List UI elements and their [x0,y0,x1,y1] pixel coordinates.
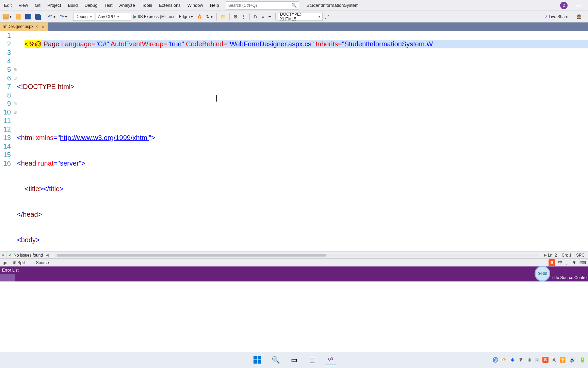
taskbar-search[interactable]: 🔍 [270,354,281,365]
editor-tab[interactable]: rmDesigner.aspx ⚲ ✕ [0,22,48,31]
line-indicator: Ln: 2 [548,253,557,258]
save-all-icon [35,14,40,19]
fold-gutter: ⊟⊟ ⊟⊟ [13,31,17,251]
tray-icon[interactable]: A [553,357,556,363]
pin-icon[interactable]: ⚲ [36,25,38,29]
battery-icon[interactable]: 🔋 [579,357,585,363]
mic-icon[interactable]: 🎙 [572,260,577,265]
user-avatar[interactable]: 2 [560,2,568,9]
view-switcher-bar: gn ▣Split ↔Source S 中 、 🎙 ⌨ [0,258,588,266]
menu-build[interactable]: Build [64,1,81,9]
text-cursor [216,95,217,102]
widgets[interactable]: ▥ [307,354,318,365]
config-select[interactable]: Debug▾ [73,13,95,21]
wifi-icon[interactable]: 🛜 [560,357,566,363]
menu-window[interactable]: Window [184,1,207,9]
menu-help[interactable]: Help [207,1,223,9]
status-bar: 04:09 d to Source Contro [0,274,588,281]
project-name: StudentInformationSystem [307,3,359,8]
live-share-button[interactable]: ↗Live Share [542,13,570,20]
horizontal-scrollbar[interactable] [52,253,541,258]
nav-dropdown[interactable]: ▾ [0,253,6,258]
scroll-right[interactable]: ▶ [543,253,548,257]
check-icon: ✔ [9,252,12,258]
issues-status[interactable]: ✔ No issues found [6,252,45,258]
tb-icon-5[interactable]: ≡ [260,13,266,20]
tray-icon[interactable]: ᛞ [536,357,538,363]
source-control-label[interactable]: d to Source Contro [552,275,588,280]
tray-icon[interactable]: 🌀 [492,357,498,363]
search-placeholder: Search (Ctrl+Q) [228,3,257,8]
undo-icon: ↶ [48,14,52,20]
search-input[interactable]: Search (Ctrl+Q) 🔍 [226,1,299,10]
tray-icon[interactable]: ⊕ [527,357,532,363]
char-indicator: Ch: 1 [562,253,572,258]
start-button[interactable] [252,354,263,365]
toolbar: ▾ ↶▾ ↷▾ Debug▾ Any CPU▾ ▶IIS Express (Mi… [0,11,588,22]
bluetooth-icon[interactable]: ✱ [510,357,514,363]
menu-extensions[interactable]: Extensions [156,1,184,9]
undo-button[interactable]: ↶▾ [46,13,57,21]
search-icon: 🔍 [291,3,297,8]
menu-edit[interactable]: Edit [1,1,15,9]
open-file-button[interactable] [14,13,23,20]
window-minimize[interactable]: — [574,3,583,8]
menu-git[interactable]: Git [31,1,44,9]
code-area[interactable]: <%@ Page Language="C#" AutoEventWireup="… [17,31,588,251]
keyboard-icon[interactable]: ⌨ [579,260,586,265]
volume-icon[interactable]: 🔊 [570,357,575,363]
menu-test[interactable]: Test [101,1,116,9]
redo-icon: ↷ [60,14,64,20]
status-indent [0,274,15,281]
save-all-button[interactable] [33,13,42,20]
feedback-button[interactable]: 🤵 [575,13,583,20]
tb-icon-6[interactable]: ≣ [266,13,273,20]
tb-icon-3[interactable]: ⋮ [240,13,247,20]
screen-time-widget[interactable]: 04:09 [535,266,550,281]
redo-button[interactable]: ↷▾ [58,13,69,21]
save-button[interactable] [23,13,32,20]
visual-studio-app[interactable]: ∞ [325,354,336,365]
tb-icon-4[interactable]: 🗋 [252,13,259,20]
open-icon [16,14,21,19]
play-icon: ▶ [133,14,137,19]
live-share-icon: ↗ [544,14,548,19]
editor-status-bar: ▾ ✔ No issues found ◀ ▶ Ln: 2 Ch: 1 SPC [0,251,588,258]
tab-strip: rmDesigner.aspx ⚲ ✕ [0,22,588,31]
doctype-select[interactable]: DOCTYPE: XHTML5▾ [278,13,323,21]
tab-close-button[interactable]: ✕ [41,24,45,29]
menu-analyze[interactable]: Analyze [116,1,138,9]
ime-indicator: S 中 、 🎙 ⌨ [549,259,588,266]
ime-tray-icon[interactable]: S [542,357,549,363]
tb-icon-2[interactable]: 🖾 [232,13,239,20]
tray-icon[interactable]: ⟳ [502,357,506,363]
new-item-button[interactable]: ▾ [1,13,13,20]
hot-reload-button[interactable]: 🔥 [195,13,204,20]
windows-taskbar: 🔍 ▭ ▥ ∞ 🌀 ⟳ ✱ 🎙 ⊕ ᛞ S A 🛜 🔊 🔋 [0,352,588,368]
menu-debug[interactable]: Debug [81,1,101,9]
code-editor[interactable]: 12345678 910111213141516 ⊟⊟ ⊟⊟ <%@ Page … [0,31,588,251]
menu-project[interactable]: Project [44,1,64,9]
design-view-button[interactable]: gn [0,260,10,266]
source-view-button[interactable]: ↔Source [28,260,52,266]
split-view-button[interactable]: ▣Split [10,260,28,266]
new-icon [3,14,9,19]
browser-refresh-button[interactable]: ↻ ▾ [205,13,214,20]
system-tray[interactable]: 🌀 ⟳ ✱ 🎙 ⊕ ᛞ S A 🛜 🔊 🔋 [492,357,585,363]
menu-view[interactable]: View [15,1,31,9]
error-list-panel[interactable]: Error List [0,266,588,274]
scroll-left[interactable]: ◀ [45,253,50,257]
tb-overflow[interactable]: ⋰ [323,13,331,20]
menu-bar: Edit View Git Project Build Debug Test A… [0,0,588,11]
tab-label: rmDesigner.aspx [3,24,33,29]
run-button[interactable]: ▶IIS Express (Microsoft Edge) ▾ [132,13,195,20]
mic-tray-icon[interactable]: 🎙 [519,357,523,363]
spc-indicator: SPC [576,253,585,258]
line-gutter: 12345678 910111213141516 [0,31,13,251]
menu-tools[interactable]: Tools [138,1,156,9]
tb-icon-1[interactable]: 📁 [219,13,227,20]
task-view[interactable]: ▭ [289,354,299,365]
ime-badge[interactable]: S [549,259,555,266]
save-icon [25,14,31,19]
platform-select[interactable]: Any CPU▾ [96,13,131,21]
